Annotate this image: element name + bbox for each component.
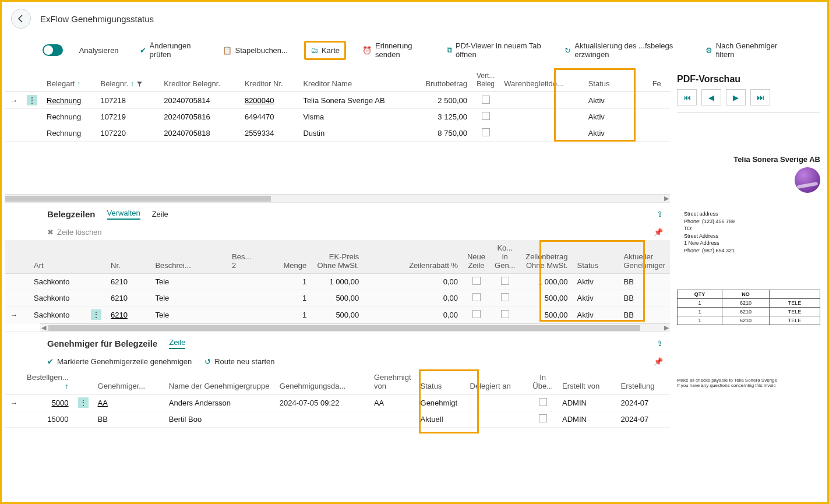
ko-in-gen-checkbox[interactable]: [501, 293, 509, 301]
batch-book-icon: 📋: [223, 46, 232, 55]
tab-zeile-2[interactable]: Zeile: [169, 338, 185, 349]
col-art[interactable]: Art: [22, 240, 86, 274]
col-ko-in-gen[interactable]: Ko... in Gen...: [490, 240, 520, 274]
col-gruppe[interactable]: Name der Genehmigergruppe: [164, 369, 275, 394]
col-menge[interactable]: Menge: [256, 240, 311, 274]
col-von[interactable]: Genehmigt von: [369, 369, 416, 394]
row-menu-button[interactable]: ⋮: [27, 95, 37, 105]
approve-marked-button[interactable]: ✔Markierte Genehmigerzeile genehmigen: [47, 357, 192, 366]
table-row[interactable]: → ⋮ Rechnung 107218 20240705814 8200040 …: [5, 92, 670, 109]
col-genehmiger[interactable]: Genehmiger...: [93, 369, 164, 394]
col-status[interactable]: Status: [584, 68, 648, 92]
col-rabatt[interactable]: Zeilenrabatt %: [364, 240, 463, 274]
col-kreditor-name[interactable]: Kreditor Name: [298, 68, 409, 92]
pin-icon[interactable]: 📌: [654, 357, 663, 366]
analyze-toggle[interactable]: [43, 44, 63, 56]
force-refresh-button[interactable]: ↻Aktualisierung des ...fsbelegs erzwinge…: [560, 38, 689, 62]
table-row[interactable]: 15000 BB Bertil Boo Aktuell ADMIN 2024-0…: [5, 411, 670, 428]
neue-zeile-checkbox[interactable]: [472, 310, 481, 318]
share-icon[interactable]: ⇪: [657, 210, 663, 218]
col-datum[interactable]: Genehmigungsda...: [275, 369, 369, 394]
col-fe[interactable]: Fe: [648, 68, 670, 92]
ko-in-gen-checkbox[interactable]: [501, 310, 509, 318]
neue-zeile-checkbox[interactable]: [472, 293, 481, 301]
col-vert-beleg[interactable]: Vert... Beleg: [472, 68, 499, 92]
col-neue-zeile[interactable]: Neue Zeile: [463, 240, 490, 274]
col-kreditor-belegnr[interactable]: Kreditor Belegnr.: [159, 68, 240, 92]
documents-table[interactable]: Belegart Belegnr. ↑ Kreditor Belegnr. Kr…: [5, 68, 670, 142]
vert-beleg-checkbox[interactable]: [482, 128, 490, 136]
filter-by-approver-button[interactable]: ⚙Nach Genehmiger filtern: [701, 38, 786, 62]
pin-icon[interactable]: 📌: [654, 228, 663, 237]
table-row[interactable]: Rechnung 107219 20240705816 6494470 Vism…: [5, 109, 670, 125]
pdf-logo-icon: [795, 167, 820, 193]
col-in-ube[interactable]: In Übe...: [528, 369, 558, 394]
prev-icon: ◀: [708, 93, 714, 102]
filter-icon: ⚙: [705, 46, 712, 55]
delete-icon: ✖: [47, 228, 54, 237]
pdf-next-button[interactable]: ▶: [726, 89, 746, 105]
row-menu-button[interactable]: ⋮: [91, 309, 101, 320]
ko-in-gen-checkbox[interactable]: [501, 277, 509, 285]
doc-type-link[interactable]: Rechnung: [47, 96, 81, 105]
pdf-prev-button[interactable]: ◀: [701, 89, 721, 105]
send-reminder-button[interactable]: ⏰Erinnerung senden: [358, 38, 431, 62]
analyze-button[interactable]: Analysieren: [75, 43, 124, 58]
table-row[interactable]: Sachkonto 6210Tele 1 500,00 0,00 500,00 …: [5, 290, 670, 306]
col-erstellung[interactable]: Erstellung: [616, 369, 670, 394]
col-belegart[interactable]: Belegart: [42, 68, 96, 92]
table-row[interactable]: → 5000 ⋮ AA Anders Andersson 2024-07-05 …: [5, 394, 670, 411]
vert-beleg-checkbox[interactable]: [482, 112, 490, 120]
batch-book-button[interactable]: 📋Stapelbuchen...: [218, 43, 292, 58]
vert-beleg-checkbox[interactable]: [482, 96, 490, 104]
tab-verwalten[interactable]: Verwalten: [107, 209, 140, 220]
genehmiger-table[interactable]: Bestellgen... ↑ Genehmiger... Name der G…: [5, 369, 670, 428]
pdf-first-button[interactable]: ⏮: [677, 89, 697, 105]
col-ek[interactable]: EK-Preis Ohne MwSt.: [311, 240, 364, 274]
kreditor-nr-link[interactable]: 8200040: [245, 96, 274, 105]
col-belegnr[interactable]: Belegnr. ↑: [96, 68, 160, 92]
col-bestellgen[interactable]: Bestellgen... ↑: [22, 369, 73, 394]
back-button[interactable]: [11, 9, 31, 29]
tab-zeile[interactable]: Zeile: [152, 210, 168, 218]
col-delegiert[interactable]: Delegiert an: [465, 369, 528, 394]
delete-line-button[interactable]: ✖Zeile löschen: [47, 228, 102, 237]
external-link-icon: ⧉: [447, 45, 452, 55]
docs-hscrollbar[interactable]: ▶: [5, 194, 670, 202]
check-icon: ✔: [47, 357, 54, 366]
col-zeilenbetrag[interactable]: Zeilenbetrag Ohne MwSt.: [520, 240, 572, 274]
col-status[interactable]: Status: [416, 369, 465, 394]
col-warenbegleit[interactable]: Warenbegleitdo...: [499, 68, 583, 92]
lines-hscrollbar[interactable]: ◀▶: [40, 323, 670, 332]
pdf-last-button[interactable]: ⏭: [750, 89, 770, 105]
row-menu-button[interactable]: ⋮: [78, 397, 89, 408]
card-button[interactable]: 🗂Karte: [304, 41, 346, 60]
col-nr[interactable]: Nr.: [106, 240, 150, 274]
pdf-viewer-button[interactable]: ⧉PDf-Viewer in neuem Tab öffnen: [442, 38, 548, 62]
col-kreditor-nr[interactable]: Kreditor Nr.: [240, 68, 298, 92]
belegzeilen-table[interactable]: Art Nr. Beschrei... Bes... 2 Menge EK-Pr…: [5, 240, 670, 323]
check-changes-button[interactable]: ✔Änderungen prüfen: [135, 38, 206, 62]
genehmiger-link[interactable]: AA: [98, 399, 108, 407]
genehmiger-title: Genehmiger für Belegzeile: [47, 339, 157, 348]
restart-icon: ↺: [204, 357, 211, 366]
table-row[interactable]: → Sachkonto ⋮ 6210 Tele 1 500,00 0,00 50…: [5, 306, 670, 323]
neue-zeile-checkbox[interactable]: [472, 277, 481, 285]
col-bruttobetrag[interactable]: Bruttobetrag: [409, 68, 472, 92]
in-ube-checkbox[interactable]: [539, 398, 547, 406]
col-status[interactable]: Status: [572, 240, 619, 274]
table-row[interactable]: Rechnung 107220 20240705818 2559334 Dust…: [5, 125, 670, 142]
belegzeilen-title: Belegzeilen: [47, 209, 96, 219]
table-row[interactable]: Sachkonto 6210Tele 1 1 000,00 0,00 1 000…: [5, 274, 670, 290]
arrow-left-icon: [16, 14, 26, 23]
col-bes2[interactable]: Bes... 2: [227, 240, 256, 274]
restart-route-button[interactable]: ↺Route neu starten: [204, 357, 274, 366]
share-icon[interactable]: ⇪: [657, 339, 663, 348]
last-icon: ⏭: [757, 93, 764, 102]
nr-link[interactable]: 6210: [111, 311, 128, 319]
bestell-link[interactable]: 5000: [52, 399, 69, 407]
in-ube-checkbox[interactable]: [539, 414, 547, 422]
col-beschrei[interactable]: Beschrei...: [150, 240, 227, 274]
col-genehmiger[interactable]: Aktueller Genehmiger: [619, 240, 670, 274]
col-erstellt-von[interactable]: Erstellt von: [558, 369, 616, 394]
